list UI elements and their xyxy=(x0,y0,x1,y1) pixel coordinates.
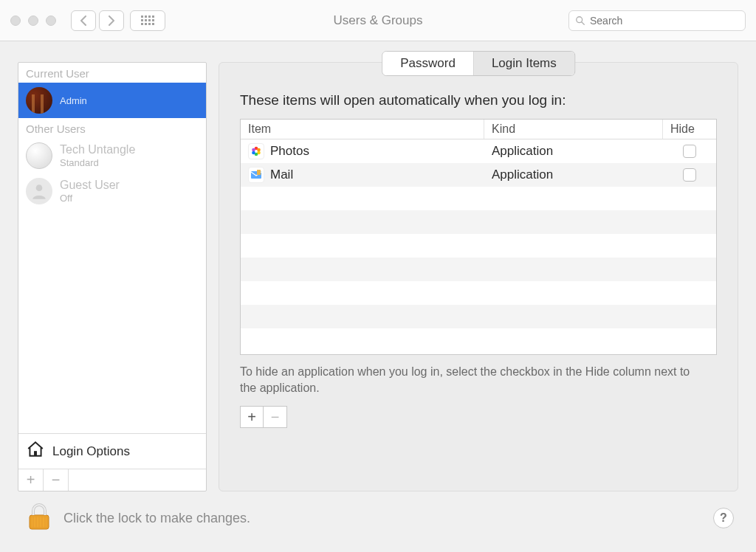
close-window-button[interactable] xyxy=(10,15,21,26)
current-user-section-label: Current User xyxy=(18,63,206,83)
user-role: Standard xyxy=(60,157,135,168)
add-user-button[interactable]: + xyxy=(18,469,44,491)
hint-text: To hide an application when you log in, … xyxy=(240,364,698,396)
photos-app-icon xyxy=(248,143,264,159)
other-users-section-label: Other Users xyxy=(18,118,206,138)
column-header-kind[interactable]: Kind xyxy=(484,120,663,139)
svg-point-2 xyxy=(36,184,43,191)
show-all-button[interactable] xyxy=(130,10,165,31)
sidebar-current-user[interactable]: Admin xyxy=(18,83,206,118)
login-items-buttons: + − xyxy=(240,406,717,428)
window-toolbar: Users & Groups xyxy=(0,0,756,41)
toolbar-nav xyxy=(71,10,124,31)
login-items-table: Item Kind Hide Photos Application xyxy=(240,119,717,355)
house-icon xyxy=(26,440,45,463)
lock-row: Click the lock to make changes. ? xyxy=(0,491,756,534)
search-field[interactable] xyxy=(568,10,746,31)
forward-button[interactable] xyxy=(99,10,124,31)
search-icon xyxy=(575,15,585,26)
panel-heading: These items will open automatically when… xyxy=(240,92,717,108)
column-header-item[interactable]: Item xyxy=(241,120,484,139)
item-name: Mail xyxy=(270,168,293,182)
item-kind: Application xyxy=(484,144,663,159)
user-name: Tech Untangle xyxy=(60,143,135,156)
minimize-window-button[interactable] xyxy=(28,15,38,26)
user-name: Guest User xyxy=(60,179,120,192)
login-options-label: Login Options xyxy=(52,444,130,459)
tab-login-items[interactable]: Login Items xyxy=(474,52,574,75)
svg-point-5 xyxy=(257,148,261,152)
fullscreen-window-button[interactable] xyxy=(46,15,56,26)
svg-rect-11 xyxy=(257,170,261,175)
search-input[interactable] xyxy=(585,14,739,27)
item-kind: Application xyxy=(484,168,663,182)
sidebar-user-tech-untangle[interactable]: Tech Untangle Standard xyxy=(18,138,206,173)
hide-checkbox[interactable] xyxy=(683,168,696,182)
users-sidebar: Current User Admin Other Users Tech Unta… xyxy=(18,62,207,491)
mail-app-icon xyxy=(248,167,264,183)
item-name: Photos xyxy=(270,144,309,159)
avatar-icon xyxy=(26,178,52,204)
window-traffic-lights xyxy=(10,15,56,26)
main-panel: Password Login Items These items will op… xyxy=(219,62,738,491)
svg-line-1 xyxy=(582,21,585,24)
grid-icon xyxy=(141,15,154,25)
svg-point-8 xyxy=(252,151,255,155)
login-options-button[interactable]: Login Options xyxy=(18,433,206,469)
remove-login-item-button[interactable]: − xyxy=(264,406,287,428)
table-row[interactable]: Photos Application xyxy=(241,139,716,163)
current-user-role: Admin xyxy=(60,95,87,106)
add-login-item-button[interactable]: + xyxy=(240,406,264,428)
lock-icon[interactable] xyxy=(27,502,52,534)
remove-user-button[interactable]: − xyxy=(44,469,69,491)
sidebar-footer: + − xyxy=(18,469,206,491)
column-header-hide[interactable]: Hide xyxy=(663,120,716,139)
back-button[interactable] xyxy=(71,10,96,31)
tab-bar: Password Login Items xyxy=(382,51,575,76)
sidebar-user-guest[interactable]: Guest User Off xyxy=(18,173,206,209)
tab-password[interactable]: Password xyxy=(382,52,474,75)
lock-text: Click the lock to make changes. xyxy=(63,511,250,526)
avatar-icon xyxy=(26,87,52,114)
avatar-icon xyxy=(26,142,52,169)
table-row[interactable]: Mail Application xyxy=(241,163,716,187)
user-role: Off xyxy=(60,193,120,204)
hide-checkbox[interactable] xyxy=(683,145,696,158)
help-button[interactable]: ? xyxy=(713,508,734,528)
svg-rect-3 xyxy=(34,451,37,456)
table-header: Item Kind Hide xyxy=(241,120,716,139)
svg-point-9 xyxy=(252,148,255,152)
